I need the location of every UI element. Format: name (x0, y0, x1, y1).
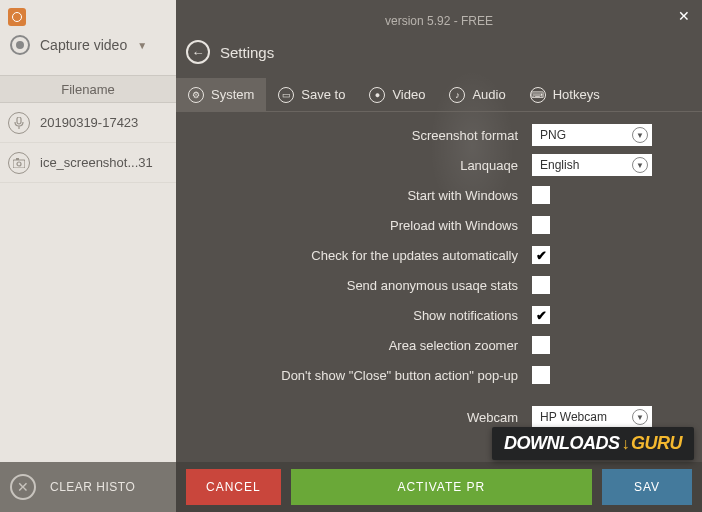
file-name: 20190319-17423 (40, 115, 138, 130)
close-popup-checkbox[interactable] (532, 366, 550, 384)
capture-mode-label: Capture video (40, 37, 127, 53)
tab-save-to[interactable]: ▭ Save to (266, 78, 357, 111)
check-updates-checkbox[interactable]: ✔ (532, 246, 550, 264)
clear-icon[interactable]: ✕ (10, 474, 36, 500)
downloads-guru-watermark: DOWNLOADS ↓ GURU (492, 427, 694, 460)
tab-label: Hotkeys (553, 87, 600, 102)
close-icon[interactable]: ✕ (678, 8, 690, 24)
tab-system[interactable]: ⚙ System (176, 78, 266, 111)
tab-label: Save to (301, 87, 345, 102)
file-name: ice_screenshot...31 (40, 155, 153, 170)
settings-tabs: ⚙ System ▭ Save to ● Video ♪ Audio ⌨ Hot… (176, 78, 702, 112)
left-bottom-bar: ✕ CLEAR HISTO (0, 462, 176, 512)
audio-icon: ♪ (449, 87, 465, 103)
capture-mode-selector[interactable]: Capture video ▼ (10, 35, 147, 55)
webcam-select[interactable]: HP Webcam ▼ (532, 406, 652, 428)
microphone-icon (8, 112, 30, 134)
select-value: PNG (540, 128, 566, 142)
screenshot-format-label: Screenshot format (206, 128, 532, 143)
svg-rect-0 (17, 117, 21, 124)
settings-header: ← Settings (186, 40, 274, 64)
svg-rect-3 (16, 158, 19, 160)
save-button[interactable]: SAV (602, 469, 692, 505)
gear-icon: ⚙ (188, 87, 204, 103)
screenshot-format-select[interactable]: PNG ▼ (532, 124, 652, 146)
cancel-button[interactable]: CANCEL (186, 469, 281, 505)
svg-point-2 (17, 162, 21, 166)
list-item[interactable]: 20190319-17423 (0, 103, 176, 143)
tab-audio[interactable]: ♪ Audio (437, 78, 517, 111)
watermark-text-guru: GURU (631, 433, 682, 454)
filename-column-header: Filename (0, 75, 176, 103)
webcam-label: Webcam (206, 410, 532, 425)
chevron-down-icon: ▼ (137, 40, 147, 51)
tab-label: System (211, 87, 254, 102)
svg-rect-1 (13, 160, 25, 168)
list-item[interactable]: ice_screenshot...31 (0, 143, 176, 183)
start-windows-checkbox[interactable] (532, 186, 550, 204)
chevron-down-icon: ▼ (632, 409, 648, 425)
notifications-checkbox[interactable]: ✔ (532, 306, 550, 324)
select-value: HP Webcam (540, 410, 607, 424)
area-zoomer-checkbox[interactable] (532, 336, 550, 354)
left-panel: Capture video ▼ Filename 20190319-17423 … (0, 0, 176, 512)
back-button[interactable]: ← (186, 40, 210, 64)
tab-hotkeys[interactable]: ⌨ Hotkeys (518, 78, 612, 111)
select-value: English (540, 158, 579, 172)
language-select[interactable]: English ▼ (532, 154, 652, 176)
tab-label: Video (392, 87, 425, 102)
preload-windows-label: Preload with Windows (206, 218, 532, 233)
clear-history-button[interactable]: CLEAR HISTO (50, 480, 135, 494)
download-arrow-icon: ↓ (622, 435, 630, 453)
usage-stats-checkbox[interactable] (532, 276, 550, 294)
video-icon: ● (369, 87, 385, 103)
record-icon (10, 35, 30, 55)
notifications-label: Show notifications (206, 308, 532, 323)
version-label: version 5.92 - FREE (176, 14, 702, 28)
file-list: 20190319-17423 ice_screenshot...31 (0, 103, 176, 183)
area-zoomer-label: Area selection zoomer (206, 338, 532, 353)
keyboard-icon: ⌨ (530, 87, 546, 103)
chevron-down-icon: ▼ (632, 127, 648, 143)
tab-label: Audio (472, 87, 505, 102)
app-logo-icon (8, 8, 26, 26)
settings-form: Screenshot format PNG ▼ Lanquaqe English… (176, 120, 702, 432)
folder-icon: ▭ (278, 87, 294, 103)
preload-windows-checkbox[interactable] (532, 216, 550, 234)
tab-video[interactable]: ● Video (357, 78, 437, 111)
usage-stats-label: Send anonymous usaqe stats (206, 278, 532, 293)
chevron-down-icon: ▼ (632, 157, 648, 173)
camera-icon (8, 152, 30, 174)
activate-pro-button[interactable]: ACTIVATE PR (291, 469, 592, 505)
check-updates-label: Check for the updates automatically (206, 248, 532, 263)
watermark-text-downloads: DOWNLOADS (504, 433, 620, 454)
close-popup-label: Don't show "Close" button action" pop-up (206, 368, 532, 383)
settings-bottom-bar: CANCEL ACTIVATE PR SAV (176, 462, 702, 512)
settings-title: Settings (220, 44, 274, 61)
language-label: Lanquaqe (206, 158, 532, 173)
start-windows-label: Start with Windows (206, 188, 532, 203)
